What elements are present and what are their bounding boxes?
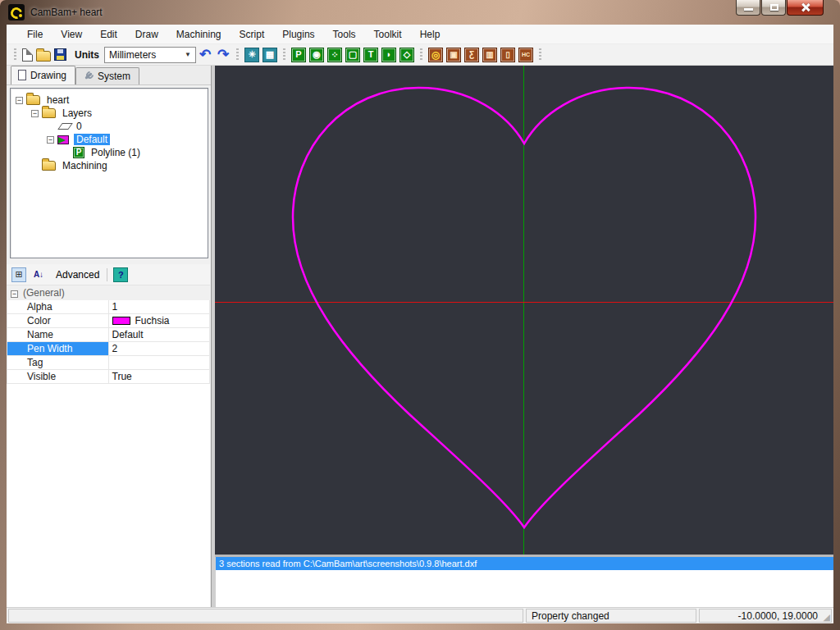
draw-point-list-icon[interactable]: ⁘ <box>327 48 342 62</box>
menu-item-help[interactable]: Help <box>411 26 450 43</box>
toolbar-group-units: UnitsMillimeters▼ <box>68 47 196 63</box>
folder-icon <box>26 95 40 105</box>
categorized-view-icon[interactable]: ⊞ <box>11 267 26 282</box>
close-button[interactable] <box>787 0 824 16</box>
property-name[interactable]: Alpha <box>7 300 109 314</box>
minimize-button[interactable] <box>736 0 760 16</box>
toolbar-group-snap-tools: ✳▦ <box>243 48 279 62</box>
tree-item-label: Machining <box>60 160 110 171</box>
drawing-canvas[interactable] <box>215 66 833 555</box>
expander-icon[interactable]: − <box>31 110 39 117</box>
new-drawing-icon[interactable] <box>22 48 33 62</box>
menu-item-plugins[interactable]: Plugins <box>273 26 323 43</box>
layer-colored-icon <box>57 135 69 144</box>
property-value[interactable]: True <box>108 370 210 384</box>
property-name[interactable]: Tag <box>7 356 109 370</box>
units-select[interactable]: Millimeters▼ <box>104 47 196 63</box>
draw-surface-icon[interactable]: ◇ <box>399 48 414 62</box>
tree-item-label: 0 <box>74 121 84 132</box>
property-category-row[interactable]: −(General) <box>7 286 210 300</box>
cambam-logo-icon <box>8 4 25 21</box>
draw-circle-icon[interactable]: ◉ <box>309 48 324 62</box>
properties-toolbar: ⊞ A↓ Advanced ? <box>7 264 210 285</box>
resize-grip[interactable]: ◢ <box>824 613 830 622</box>
toolbar-grip <box>14 48 16 62</box>
tab-drawing[interactable]: Drawing <box>11 66 75 84</box>
snap-grid-icon[interactable]: ▦ <box>262 48 277 62</box>
draw-text-icon[interactable]: T <box>363 48 378 62</box>
restore-button[interactable] <box>761 0 786 16</box>
draw-rectangle-icon[interactable]: ▢ <box>345 48 360 62</box>
close-icon <box>801 2 810 12</box>
menu-item-edit[interactable]: Edit <box>91 26 126 43</box>
property-name[interactable]: Name <box>7 328 109 342</box>
engrave-op-icon[interactable]: Ƹ <box>464 48 479 62</box>
tree-item-default[interactable]: −Default <box>11 133 208 146</box>
tree-item-polyline-1[interactable]: PPolyline (1) <box>11 146 208 159</box>
message-list: 3 sections read from C:\CamBam\art\scree… <box>215 557 833 607</box>
tree-item-heart[interactable]: −heart <box>11 94 208 107</box>
save-drawing-icon[interactable] <box>54 48 66 61</box>
toolbar-grip <box>420 48 422 62</box>
tree-item-layers[interactable]: −Layers <box>11 107 208 120</box>
pocket-op-icon[interactable]: ▣ <box>446 48 461 62</box>
polyline-icon: P <box>73 147 84 158</box>
property-name[interactable]: Color <box>7 314 109 328</box>
main-toolbar: UnitsMillimeters▼↶↷✳▦P◉⁘▢T◗◇◎▣Ƹ▥▯HC <box>7 44 833 66</box>
property-value[interactable] <box>108 356 210 370</box>
property-name[interactable]: Pen Width <box>7 342 109 356</box>
property-name[interactable]: Visible <box>7 370 109 384</box>
folder-icon <box>42 108 56 118</box>
minimize-icon <box>744 8 753 11</box>
menu-item-file[interactable]: File <box>18 26 52 43</box>
property-row-pen-width[interactable]: Pen Width2 <box>7 342 210 356</box>
menu-item-toolkit[interactable]: Toolkit <box>365 26 411 43</box>
toolbar-group-machining-ops: ◎▣Ƹ▥▯HC <box>427 48 535 62</box>
property-value[interactable]: Default <box>108 328 210 342</box>
lathe-op-icon[interactable]: ▯ <box>500 48 515 62</box>
window-title: CamBam+ heart <box>30 7 103 18</box>
menu-item-view[interactable]: View <box>52 26 91 43</box>
snap-points-icon[interactable]: ✳ <box>244 48 259 62</box>
alphabetical-view-icon[interactable]: A↓ <box>31 267 46 282</box>
property-row-visible[interactable]: VisibleTrue <box>7 370 210 384</box>
advanced-button[interactable]: Advanced <box>51 267 104 282</box>
heart-polyline[interactable] <box>215 66 833 555</box>
profile-op-icon[interactable]: ◎ <box>428 48 443 62</box>
property-row-name[interactable]: NameDefault <box>7 328 210 342</box>
status-pane-main <box>8 609 523 623</box>
property-row-tag[interactable]: Tag <box>7 356 210 370</box>
expander-icon[interactable]: − <box>47 136 54 144</box>
collapse-icon[interactable]: − <box>11 290 18 298</box>
property-row-alpha[interactable]: Alpha1 <box>7 300 210 314</box>
toolbar-group-file-tools <box>21 48 68 62</box>
property-value[interactable]: 1 <box>108 300 210 314</box>
toolbar-group-draw-tools: P◉⁘▢T◗◇ <box>290 48 416 62</box>
menu-item-script[interactable]: Script <box>231 26 274 43</box>
message-line[interactable]: 3 sections read from C:\CamBam\art\scree… <box>216 557 833 570</box>
property-value[interactable]: 2 <box>108 342 210 356</box>
menu-item-tools[interactable]: Tools <box>324 26 365 43</box>
menu-item-draw[interactable]: Draw <box>126 26 167 43</box>
drill-op-icon[interactable]: ▥ <box>482 48 497 62</box>
tree-item-label: Polyline (1) <box>89 147 143 158</box>
open-drawing-icon[interactable] <box>36 51 51 62</box>
menu-item-machining[interactable]: Machining <box>167 26 231 43</box>
property-grid: −(General)Alpha1ColorFuchsiaNameDefaultP… <box>7 285 210 384</box>
status-pane-coordinates: -10.0000, 19.0000 ◢ <box>699 609 832 623</box>
title-bar[interactable]: CamBam+ heart <box>0 0 840 25</box>
help-icon[interactable]: ? <box>113 267 128 282</box>
heightcut-op-icon[interactable]: HC <box>518 48 533 62</box>
draw-arc-icon[interactable]: ◗ <box>381 48 396 62</box>
property-value[interactable]: Fuchsia <box>108 314 210 328</box>
toolbar-grip <box>539 48 541 62</box>
draw-polyline-icon[interactable]: P <box>291 48 306 62</box>
property-row-color[interactable]: ColorFuchsia <box>7 314 210 328</box>
tree-item-0[interactable]: 0 <box>11 120 208 133</box>
tab-system[interactable]: System <box>75 67 139 84</box>
redo-icon[interactable]: ↷ <box>216 48 231 62</box>
tree-item-machining[interactable]: Machining <box>11 159 208 172</box>
expander-icon[interactable]: − <box>16 97 23 104</box>
undo-icon[interactable]: ↶ <box>198 48 212 62</box>
client-area: FileViewEditDrawMachiningScriptPluginsTo… <box>7 25 833 623</box>
